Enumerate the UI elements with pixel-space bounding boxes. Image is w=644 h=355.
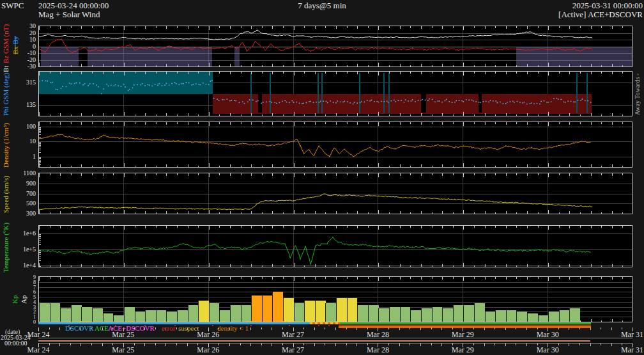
phi-data-point	[371, 100, 372, 101]
phi-data-point	[587, 100, 588, 102]
kp-bar	[177, 310, 188, 322]
date-axis-tick	[144, 343, 145, 346]
phi-data-point	[257, 100, 259, 102]
timeline-progress	[38, 340, 590, 342]
kp-bar	[188, 305, 199, 322]
date-axis-tick	[494, 343, 495, 345]
phi-data-point	[274, 102, 275, 103]
swpc-solar-wind-dashboard: SWPC 2025-03-24 00:00:00 7 days@5 min 20…	[0, 0, 644, 355]
phi-data-point	[411, 100, 412, 102]
suspect-mark	[283, 321, 284, 322]
phi-data-point	[369, 100, 371, 102]
suspect-mark	[88, 321, 89, 322]
phi-data-point	[530, 103, 531, 104]
phi-data-point	[517, 101, 518, 102]
phi-data-point	[103, 88, 104, 90]
kp-bar	[569, 308, 580, 322]
date-axis-tick	[335, 343, 336, 346]
phi-data-point	[395, 101, 396, 102]
phi-data-point	[388, 102, 389, 103]
date-axis-tick	[356, 343, 357, 346]
trace-bt	[39, 30, 592, 40]
kp-bar	[283, 298, 294, 322]
phi-data-point	[303, 102, 304, 104]
suspect-mark	[286, 321, 288, 322]
phi-data-point	[57, 89, 58, 90]
kp-bar	[506, 310, 517, 322]
phi-data-point	[137, 84, 138, 85]
kp-bar	[474, 303, 485, 322]
phi-data-point	[47, 81, 48, 82]
suspect-mark	[335, 321, 337, 322]
phi-data-point	[284, 100, 286, 101]
phi-data-point	[165, 83, 167, 84]
trace-bz	[39, 39, 592, 53]
kp-bar	[410, 310, 421, 322]
phi-data-point	[74, 83, 75, 84]
phi-data-point	[302, 103, 303, 104]
phi-data-point	[282, 100, 283, 102]
kp-bar	[60, 308, 71, 322]
kp-bar	[421, 308, 432, 322]
phi-data-point	[461, 100, 463, 102]
phi-data-point	[502, 103, 503, 104]
phi-data-point	[213, 98, 215, 99]
suspect-mark	[167, 321, 169, 322]
phi-data-point	[144, 85, 146, 86]
phi-data-point	[188, 83, 190, 84]
kp-bar	[198, 301, 209, 322]
phi-data-point	[387, 100, 388, 102]
phi-data-point	[61, 88, 62, 89]
phi-data-point	[292, 100, 293, 102]
trace-layer-speed	[39, 173, 632, 214]
panel-speed	[38, 173, 632, 214]
phi-data-point	[548, 102, 549, 103]
phi-data-point	[488, 102, 489, 103]
phi-data-point	[296, 102, 297, 103]
date-axis-tick	[441, 343, 442, 346]
date-label-row2: Mar 31	[621, 345, 643, 355]
phi-data-point	[320, 100, 321, 102]
suspect-mark	[84, 321, 86, 322]
phi-data-point	[353, 104, 354, 105]
trace-layer-bz	[39, 26, 632, 67]
phi-data-point	[495, 100, 496, 102]
phi-data-point	[445, 100, 446, 102]
date-axis-tick	[59, 343, 60, 346]
phi-data-point	[531, 102, 532, 104]
suspect-mark	[247, 321, 249, 322]
phi-data-point	[247, 101, 249, 102]
date-label-row2: Mar 27	[282, 345, 304, 355]
legend-item-3: error	[162, 324, 175, 332]
axis-label-speed: Speed (km/s)	[1, 170, 10, 218]
phi-data-point	[222, 99, 223, 100]
legend-item-4: suspect	[178, 324, 199, 332]
legend-item-5: density < 1	[217, 324, 249, 332]
phi-data-point	[401, 100, 402, 101]
phi-data-point	[79, 83, 80, 84]
phi-data-point	[89, 83, 91, 84]
phi-data-point	[354, 102, 355, 103]
phi-data-point	[195, 83, 197, 84]
axis-label-density: Density (1/cm³)	[1, 119, 10, 171]
phi-data-point	[574, 102, 576, 103]
phi-data-point	[123, 84, 125, 85]
kp-bar	[294, 303, 305, 322]
phi-data-point	[337, 100, 338, 102]
phi-data-point	[234, 100, 235, 101]
phi-data-point	[344, 101, 345, 102]
date-axis-tick	[526, 343, 527, 346]
suspect-mark	[331, 321, 332, 322]
phi-data-point	[475, 101, 477, 102]
phi-data-point	[158, 83, 160, 84]
kp-bar	[495, 310, 506, 322]
legend-item-0: DSCOVR	[65, 324, 94, 332]
phi-data-point	[425, 100, 426, 101]
kp-bar	[516, 312, 527, 322]
kp-bar	[432, 307, 443, 322]
phi-data-point	[42, 80, 43, 81]
phi-data-point	[374, 101, 375, 102]
phi-data-point	[378, 102, 379, 103]
date-axis-tick	[165, 343, 166, 346]
phi-data-point	[239, 102, 240, 103]
